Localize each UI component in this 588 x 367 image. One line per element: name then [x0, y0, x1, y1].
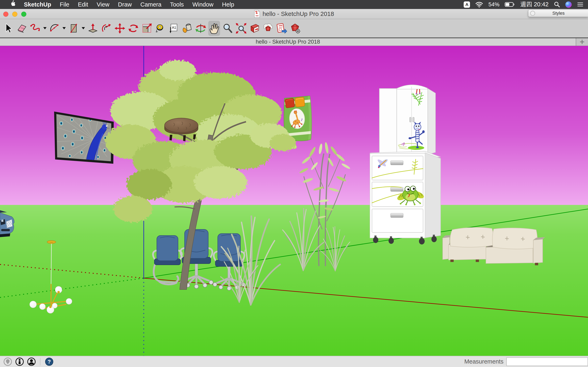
scale-tool[interactable] — [141, 21, 153, 36]
send-to-layout-icon[interactable] — [276, 21, 287, 36]
document-icon — [254, 10, 260, 18]
styles-panel-title: Styles — [535, 11, 582, 16]
close-button[interactable] — [3, 12, 8, 17]
wardrobe[interactable] — [379, 85, 435, 155]
battery-icon[interactable] — [505, 2, 515, 7]
tab-bar: hello - SketchUp Pro 2018 + — [0, 38, 588, 46]
toolbar: pink — [0, 19, 588, 38]
arc-tool[interactable] — [49, 21, 61, 36]
geolocation-icon[interactable] — [3, 357, 12, 366]
menu-help[interactable]: Help — [218, 0, 239, 9]
menu-draw[interactable]: Draw — [114, 0, 136, 9]
window-title: hello - SketchUp Pro 2018 — [263, 10, 334, 17]
spotlight-icon[interactable] — [554, 1, 560, 8]
tape-measure-tool[interactable] — [154, 21, 166, 36]
ground — [0, 205, 588, 356]
rotate-tool[interactable] — [127, 21, 139, 36]
menu-file[interactable]: File — [56, 0, 74, 9]
new-tab-button[interactable]: + — [576, 38, 588, 46]
pan-tool[interactable] — [208, 21, 220, 36]
orbit-tool[interactable] — [195, 21, 207, 36]
measurements-label: Measurements — [464, 358, 503, 365]
rectangle-tool[interactable] — [68, 21, 80, 36]
eraser-tool[interactable]: pink — [16, 21, 28, 36]
panel-close-button[interactable] — [530, 11, 535, 16]
text-tool[interactable]: A1 — [168, 21, 180, 36]
viewport[interactable] — [0, 46, 588, 356]
arc-dropdown-arrow[interactable] — [62, 21, 66, 36]
menu-view[interactable]: View — [92, 0, 113, 9]
viewport-3d-scene[interactable] — [0, 46, 588, 356]
siri-icon[interactable] — [565, 1, 572, 8]
svg-text:?: ? — [48, 359, 51, 365]
freehand-dropdown-arrow[interactable] — [43, 21, 47, 36]
paint-bucket-tool[interactable] — [181, 21, 193, 36]
apple-icon — [10, 0, 15, 7]
drawer-chest[interactable] — [370, 151, 441, 244]
extension-manager-icon[interactable] — [289, 21, 301, 36]
zoom-tool[interactable] — [222, 21, 233, 36]
help-icon[interactable]: ? — [44, 357, 54, 366]
clock[interactable]: 週四 20:42 — [520, 0, 549, 8]
push-pull-tool[interactable] — [87, 21, 99, 36]
tab-document[interactable]: hello - SketchUp Pro 2018 — [0, 39, 576, 45]
freehand-tool[interactable] — [29, 21, 41, 36]
status-bar: ? Measurements — [0, 356, 588, 367]
zoom-button[interactable] — [21, 12, 26, 17]
extension-warehouse-icon[interactable] — [262, 21, 274, 36]
follow-me-tool[interactable] — [100, 21, 112, 36]
apple-menu[interactable] — [6, 0, 20, 9]
statusbar-divider — [40, 358, 40, 365]
wifi-icon[interactable] — [475, 1, 483, 8]
minimize-button[interactable] — [12, 12, 17, 17]
menu-edit[interactable]: Edit — [74, 0, 93, 9]
input-source-icon[interactable]: A — [464, 1, 470, 8]
select-tool[interactable] — [2, 21, 14, 36]
menu-sketchup[interactable]: SketchUp — [20, 0, 56, 9]
svg-text:A1: A1 — [172, 26, 176, 30]
styles-panel[interactable]: Styles — [528, 9, 588, 17]
menu-bar: SketchUp File Edit View Draw Camera Tool… — [0, 0, 588, 9]
menu-camera[interactable]: Camera — [136, 0, 166, 9]
screen: SketchUp File Edit View Draw Camera Tool… — [0, 0, 588, 367]
credits-icon[interactable] — [15, 357, 24, 366]
menu-tools[interactable]: Tools — [166, 0, 188, 9]
sofa[interactable] — [443, 227, 545, 265]
window-title-bar[interactable]: hello - SketchUp Pro 2018 — [0, 9, 588, 19]
zoom-extents-tool[interactable] — [235, 21, 247, 36]
battery-percent: 54% — [488, 1, 499, 8]
3d-warehouse-icon[interactable] — [249, 21, 260, 36]
rectangle-dropdown-arrow[interactable] — [81, 21, 85, 36]
move-tool[interactable] — [114, 21, 126, 36]
menu-window[interactable]: Window — [188, 0, 218, 9]
measurements-input[interactable] — [506, 358, 588, 366]
sign-in-icon[interactable] — [27, 357, 36, 366]
notification-center-icon[interactable] — [577, 2, 584, 7]
